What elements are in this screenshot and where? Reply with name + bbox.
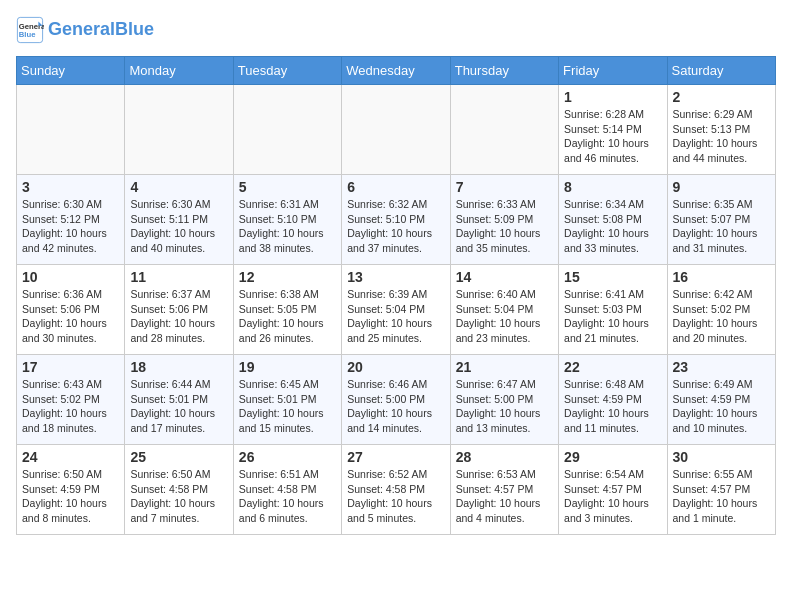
- day-number: 20: [347, 359, 444, 375]
- calendar-cell: [125, 85, 233, 175]
- weekday-header-saturday: Saturday: [667, 57, 775, 85]
- day-info: Sunrise: 6:33 AMSunset: 5:09 PMDaylight:…: [456, 197, 553, 256]
- day-number: 8: [564, 179, 661, 195]
- calendar-cell: 2Sunrise: 6:29 AMSunset: 5:13 PMDaylight…: [667, 85, 775, 175]
- day-number: 11: [130, 269, 227, 285]
- day-info: Sunrise: 6:36 AMSunset: 5:06 PMDaylight:…: [22, 287, 119, 346]
- weekday-header-wednesday: Wednesday: [342, 57, 450, 85]
- day-info: Sunrise: 6:46 AMSunset: 5:00 PMDaylight:…: [347, 377, 444, 436]
- day-info: Sunrise: 6:32 AMSunset: 5:10 PMDaylight:…: [347, 197, 444, 256]
- day-number: 16: [673, 269, 770, 285]
- day-number: 5: [239, 179, 336, 195]
- calendar-cell: 11Sunrise: 6:37 AMSunset: 5:06 PMDayligh…: [125, 265, 233, 355]
- day-info: Sunrise: 6:28 AMSunset: 5:14 PMDaylight:…: [564, 107, 661, 166]
- calendar-cell: 22Sunrise: 6:48 AMSunset: 4:59 PMDayligh…: [559, 355, 667, 445]
- day-info: Sunrise: 6:43 AMSunset: 5:02 PMDaylight:…: [22, 377, 119, 436]
- calendar-cell: 9Sunrise: 6:35 AMSunset: 5:07 PMDaylight…: [667, 175, 775, 265]
- calendar-cell: 1Sunrise: 6:28 AMSunset: 5:14 PMDaylight…: [559, 85, 667, 175]
- calendar-cell: [233, 85, 341, 175]
- calendar-cell: [342, 85, 450, 175]
- calendar-cell: [450, 85, 558, 175]
- day-info: Sunrise: 6:35 AMSunset: 5:07 PMDaylight:…: [673, 197, 770, 256]
- calendar-cell: 10Sunrise: 6:36 AMSunset: 5:06 PMDayligh…: [17, 265, 125, 355]
- calendar-cell: 13Sunrise: 6:39 AMSunset: 5:04 PMDayligh…: [342, 265, 450, 355]
- calendar-cell: 6Sunrise: 6:32 AMSunset: 5:10 PMDaylight…: [342, 175, 450, 265]
- day-number: 4: [130, 179, 227, 195]
- calendar-cell: [17, 85, 125, 175]
- calendar-cell: 21Sunrise: 6:47 AMSunset: 5:00 PMDayligh…: [450, 355, 558, 445]
- calendar-cell: 8Sunrise: 6:34 AMSunset: 5:08 PMDaylight…: [559, 175, 667, 265]
- weekday-header-row: SundayMondayTuesdayWednesdayThursdayFrid…: [17, 57, 776, 85]
- day-info: Sunrise: 6:39 AMSunset: 5:04 PMDaylight:…: [347, 287, 444, 346]
- day-info: Sunrise: 6:53 AMSunset: 4:57 PMDaylight:…: [456, 467, 553, 526]
- day-number: 22: [564, 359, 661, 375]
- week-row-2: 3Sunrise: 6:30 AMSunset: 5:12 PMDaylight…: [17, 175, 776, 265]
- logo-icon: General Blue: [16, 16, 44, 44]
- day-number: 23: [673, 359, 770, 375]
- day-number: 30: [673, 449, 770, 465]
- week-row-4: 17Sunrise: 6:43 AMSunset: 5:02 PMDayligh…: [17, 355, 776, 445]
- day-info: Sunrise: 6:31 AMSunset: 5:10 PMDaylight:…: [239, 197, 336, 256]
- weekday-header-tuesday: Tuesday: [233, 57, 341, 85]
- day-info: Sunrise: 6:38 AMSunset: 5:05 PMDaylight:…: [239, 287, 336, 346]
- calendar-cell: 5Sunrise: 6:31 AMSunset: 5:10 PMDaylight…: [233, 175, 341, 265]
- calendar-cell: 19Sunrise: 6:45 AMSunset: 5:01 PMDayligh…: [233, 355, 341, 445]
- calendar-cell: 20Sunrise: 6:46 AMSunset: 5:00 PMDayligh…: [342, 355, 450, 445]
- week-row-5: 24Sunrise: 6:50 AMSunset: 4:59 PMDayligh…: [17, 445, 776, 535]
- calendar-cell: 16Sunrise: 6:42 AMSunset: 5:02 PMDayligh…: [667, 265, 775, 355]
- svg-text:General: General: [19, 22, 44, 31]
- week-row-3: 10Sunrise: 6:36 AMSunset: 5:06 PMDayligh…: [17, 265, 776, 355]
- day-info: Sunrise: 6:42 AMSunset: 5:02 PMDaylight:…: [673, 287, 770, 346]
- day-info: Sunrise: 6:49 AMSunset: 4:59 PMDaylight:…: [673, 377, 770, 436]
- calendar-cell: 4Sunrise: 6:30 AMSunset: 5:11 PMDaylight…: [125, 175, 233, 265]
- logo: General Blue GeneralBlue: [16, 16, 154, 44]
- page-header: General Blue GeneralBlue: [16, 16, 776, 44]
- day-info: Sunrise: 6:48 AMSunset: 4:59 PMDaylight:…: [564, 377, 661, 436]
- day-number: 25: [130, 449, 227, 465]
- calendar-table: SundayMondayTuesdayWednesdayThursdayFrid…: [16, 56, 776, 535]
- day-number: 19: [239, 359, 336, 375]
- weekday-header-thursday: Thursday: [450, 57, 558, 85]
- day-number: 26: [239, 449, 336, 465]
- calendar-cell: 12Sunrise: 6:38 AMSunset: 5:05 PMDayligh…: [233, 265, 341, 355]
- day-info: Sunrise: 6:44 AMSunset: 5:01 PMDaylight:…: [130, 377, 227, 436]
- weekday-header-monday: Monday: [125, 57, 233, 85]
- day-number: 3: [22, 179, 119, 195]
- day-info: Sunrise: 6:51 AMSunset: 4:58 PMDaylight:…: [239, 467, 336, 526]
- calendar-cell: 7Sunrise: 6:33 AMSunset: 5:09 PMDaylight…: [450, 175, 558, 265]
- calendar-cell: 18Sunrise: 6:44 AMSunset: 5:01 PMDayligh…: [125, 355, 233, 445]
- day-number: 7: [456, 179, 553, 195]
- calendar-cell: 3Sunrise: 6:30 AMSunset: 5:12 PMDaylight…: [17, 175, 125, 265]
- logo-blue: Blue: [115, 19, 154, 39]
- calendar-cell: 24Sunrise: 6:50 AMSunset: 4:59 PMDayligh…: [17, 445, 125, 535]
- calendar-cell: 26Sunrise: 6:51 AMSunset: 4:58 PMDayligh…: [233, 445, 341, 535]
- calendar-cell: 14Sunrise: 6:40 AMSunset: 5:04 PMDayligh…: [450, 265, 558, 355]
- day-number: 10: [22, 269, 119, 285]
- logo-text: GeneralBlue: [48, 20, 154, 40]
- calendar-cell: 28Sunrise: 6:53 AMSunset: 4:57 PMDayligh…: [450, 445, 558, 535]
- day-info: Sunrise: 6:34 AMSunset: 5:08 PMDaylight:…: [564, 197, 661, 256]
- weekday-header-friday: Friday: [559, 57, 667, 85]
- day-number: 13: [347, 269, 444, 285]
- day-info: Sunrise: 6:37 AMSunset: 5:06 PMDaylight:…: [130, 287, 227, 346]
- calendar-cell: 15Sunrise: 6:41 AMSunset: 5:03 PMDayligh…: [559, 265, 667, 355]
- calendar-cell: 23Sunrise: 6:49 AMSunset: 4:59 PMDayligh…: [667, 355, 775, 445]
- day-info: Sunrise: 6:50 AMSunset: 4:59 PMDaylight:…: [22, 467, 119, 526]
- day-number: 6: [347, 179, 444, 195]
- day-number: 21: [456, 359, 553, 375]
- day-number: 27: [347, 449, 444, 465]
- svg-text:Blue: Blue: [19, 30, 36, 39]
- logo-general: General: [48, 19, 115, 39]
- day-info: Sunrise: 6:41 AMSunset: 5:03 PMDaylight:…: [564, 287, 661, 346]
- week-row-1: 1Sunrise: 6:28 AMSunset: 5:14 PMDaylight…: [17, 85, 776, 175]
- weekday-header-sunday: Sunday: [17, 57, 125, 85]
- day-info: Sunrise: 6:52 AMSunset: 4:58 PMDaylight:…: [347, 467, 444, 526]
- day-info: Sunrise: 6:29 AMSunset: 5:13 PMDaylight:…: [673, 107, 770, 166]
- day-info: Sunrise: 6:55 AMSunset: 4:57 PMDaylight:…: [673, 467, 770, 526]
- calendar-cell: 30Sunrise: 6:55 AMSunset: 4:57 PMDayligh…: [667, 445, 775, 535]
- day-number: 12: [239, 269, 336, 285]
- day-number: 28: [456, 449, 553, 465]
- calendar-cell: 17Sunrise: 6:43 AMSunset: 5:02 PMDayligh…: [17, 355, 125, 445]
- day-number: 14: [456, 269, 553, 285]
- day-number: 9: [673, 179, 770, 195]
